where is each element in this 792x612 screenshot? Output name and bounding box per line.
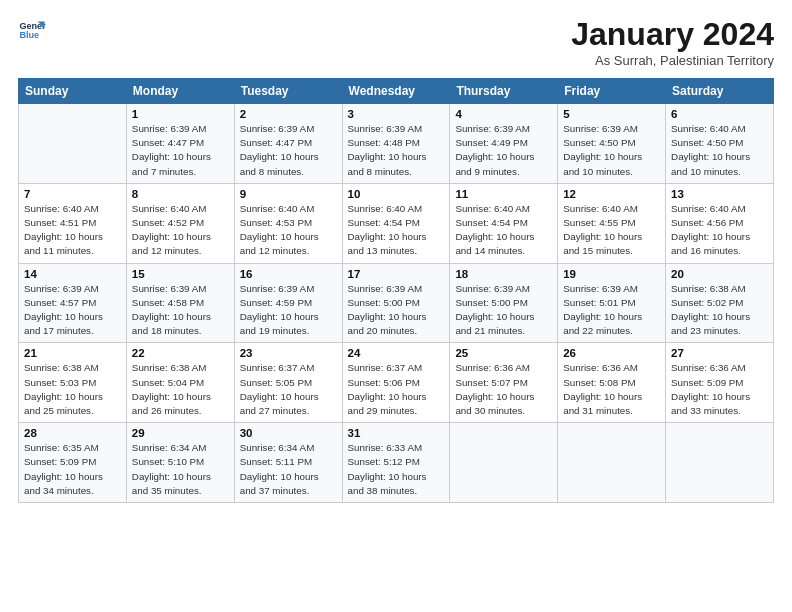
day-cell: 11Sunrise: 6:40 AM Sunset: 4:54 PM Dayli… — [450, 183, 558, 263]
col-header-thursday: Thursday — [450, 79, 558, 104]
day-cell: 4Sunrise: 6:39 AM Sunset: 4:49 PM Daylig… — [450, 104, 558, 184]
day-number: 2 — [240, 108, 337, 120]
calendar-table: SundayMondayTuesdayWednesdayThursdayFrid… — [18, 78, 774, 503]
day-cell: 22Sunrise: 6:38 AM Sunset: 5:04 PM Dayli… — [126, 343, 234, 423]
day-info: Sunrise: 6:39 AM Sunset: 4:49 PM Dayligh… — [455, 122, 552, 179]
day-info: Sunrise: 6:39 AM Sunset: 5:01 PM Dayligh… — [563, 282, 660, 339]
day-number: 17 — [348, 268, 445, 280]
day-info: Sunrise: 6:35 AM Sunset: 5:09 PM Dayligh… — [24, 441, 121, 498]
week-row-4: 28Sunrise: 6:35 AM Sunset: 5:09 PM Dayli… — [19, 423, 774, 503]
day-cell: 14Sunrise: 6:39 AM Sunset: 4:57 PM Dayli… — [19, 263, 127, 343]
day-info: Sunrise: 6:39 AM Sunset: 4:59 PM Dayligh… — [240, 282, 337, 339]
day-info: Sunrise: 6:37 AM Sunset: 5:05 PM Dayligh… — [240, 361, 337, 418]
day-number: 21 — [24, 347, 121, 359]
day-number: 5 — [563, 108, 660, 120]
day-info: Sunrise: 6:40 AM Sunset: 4:53 PM Dayligh… — [240, 202, 337, 259]
day-cell: 29Sunrise: 6:34 AM Sunset: 5:10 PM Dayli… — [126, 423, 234, 503]
day-number: 27 — [671, 347, 768, 359]
day-number: 20 — [671, 268, 768, 280]
day-info: Sunrise: 6:39 AM Sunset: 5:00 PM Dayligh… — [455, 282, 552, 339]
day-info: Sunrise: 6:38 AM Sunset: 5:03 PM Dayligh… — [24, 361, 121, 418]
day-number: 10 — [348, 188, 445, 200]
day-cell: 8Sunrise: 6:40 AM Sunset: 4:52 PM Daylig… — [126, 183, 234, 263]
header: General Blue January 2024 As Surrah, Pal… — [18, 16, 774, 68]
day-cell: 18Sunrise: 6:39 AM Sunset: 5:00 PM Dayli… — [450, 263, 558, 343]
day-number: 22 — [132, 347, 229, 359]
day-cell: 31Sunrise: 6:33 AM Sunset: 5:12 PM Dayli… — [342, 423, 450, 503]
day-cell — [666, 423, 774, 503]
month-title: January 2024 — [571, 16, 774, 53]
day-info: Sunrise: 6:36 AM Sunset: 5:09 PM Dayligh… — [671, 361, 768, 418]
day-cell: 15Sunrise: 6:39 AM Sunset: 4:58 PM Dayli… — [126, 263, 234, 343]
day-number: 7 — [24, 188, 121, 200]
col-header-wednesday: Wednesday — [342, 79, 450, 104]
day-number: 26 — [563, 347, 660, 359]
day-info: Sunrise: 6:39 AM Sunset: 4:58 PM Dayligh… — [132, 282, 229, 339]
day-cell: 24Sunrise: 6:37 AM Sunset: 5:06 PM Dayli… — [342, 343, 450, 423]
day-cell: 27Sunrise: 6:36 AM Sunset: 5:09 PM Dayli… — [666, 343, 774, 423]
day-number: 24 — [348, 347, 445, 359]
day-cell: 6Sunrise: 6:40 AM Sunset: 4:50 PM Daylig… — [666, 104, 774, 184]
header-row: SundayMondayTuesdayWednesdayThursdayFrid… — [19, 79, 774, 104]
day-number: 9 — [240, 188, 337, 200]
col-header-friday: Friday — [558, 79, 666, 104]
day-number: 8 — [132, 188, 229, 200]
week-row-0: 1Sunrise: 6:39 AM Sunset: 4:47 PM Daylig… — [19, 104, 774, 184]
day-info: Sunrise: 6:40 AM Sunset: 4:50 PM Dayligh… — [671, 122, 768, 179]
day-number: 29 — [132, 427, 229, 439]
day-cell: 30Sunrise: 6:34 AM Sunset: 5:11 PM Dayli… — [234, 423, 342, 503]
day-number: 4 — [455, 108, 552, 120]
day-cell — [19, 104, 127, 184]
day-number: 15 — [132, 268, 229, 280]
week-row-3: 21Sunrise: 6:38 AM Sunset: 5:03 PM Dayli… — [19, 343, 774, 423]
day-number: 19 — [563, 268, 660, 280]
day-cell: 17Sunrise: 6:39 AM Sunset: 5:00 PM Dayli… — [342, 263, 450, 343]
day-info: Sunrise: 6:39 AM Sunset: 4:47 PM Dayligh… — [240, 122, 337, 179]
day-info: Sunrise: 6:39 AM Sunset: 4:48 PM Dayligh… — [348, 122, 445, 179]
day-cell: 3Sunrise: 6:39 AM Sunset: 4:48 PM Daylig… — [342, 104, 450, 184]
day-number: 25 — [455, 347, 552, 359]
week-row-2: 14Sunrise: 6:39 AM Sunset: 4:57 PM Dayli… — [19, 263, 774, 343]
day-number: 23 — [240, 347, 337, 359]
day-info: Sunrise: 6:37 AM Sunset: 5:06 PM Dayligh… — [348, 361, 445, 418]
day-info: Sunrise: 6:39 AM Sunset: 5:00 PM Dayligh… — [348, 282, 445, 339]
day-number: 11 — [455, 188, 552, 200]
day-number: 30 — [240, 427, 337, 439]
logo: General Blue — [18, 16, 46, 44]
location: As Surrah, Palestinian Territory — [571, 53, 774, 68]
day-info: Sunrise: 6:39 AM Sunset: 4:47 PM Dayligh… — [132, 122, 229, 179]
col-header-monday: Monday — [126, 79, 234, 104]
day-info: Sunrise: 6:36 AM Sunset: 5:08 PM Dayligh… — [563, 361, 660, 418]
day-info: Sunrise: 6:40 AM Sunset: 4:51 PM Dayligh… — [24, 202, 121, 259]
day-number: 1 — [132, 108, 229, 120]
day-cell: 20Sunrise: 6:38 AM Sunset: 5:02 PM Dayli… — [666, 263, 774, 343]
svg-text:Blue: Blue — [19, 30, 39, 40]
day-info: Sunrise: 6:38 AM Sunset: 5:02 PM Dayligh… — [671, 282, 768, 339]
week-row-1: 7Sunrise: 6:40 AM Sunset: 4:51 PM Daylig… — [19, 183, 774, 263]
day-info: Sunrise: 6:40 AM Sunset: 4:54 PM Dayligh… — [455, 202, 552, 259]
day-number: 12 — [563, 188, 660, 200]
day-info: Sunrise: 6:40 AM Sunset: 4:55 PM Dayligh… — [563, 202, 660, 259]
day-number: 14 — [24, 268, 121, 280]
day-cell: 19Sunrise: 6:39 AM Sunset: 5:01 PM Dayli… — [558, 263, 666, 343]
day-number: 16 — [240, 268, 337, 280]
day-number: 28 — [24, 427, 121, 439]
day-cell — [558, 423, 666, 503]
day-cell: 23Sunrise: 6:37 AM Sunset: 5:05 PM Dayli… — [234, 343, 342, 423]
day-info: Sunrise: 6:38 AM Sunset: 5:04 PM Dayligh… — [132, 361, 229, 418]
day-info: Sunrise: 6:34 AM Sunset: 5:11 PM Dayligh… — [240, 441, 337, 498]
page: General Blue January 2024 As Surrah, Pal… — [0, 0, 792, 515]
title-area: January 2024 As Surrah, Palestinian Terr… — [571, 16, 774, 68]
day-info: Sunrise: 6:39 AM Sunset: 4:57 PM Dayligh… — [24, 282, 121, 339]
day-info: Sunrise: 6:39 AM Sunset: 4:50 PM Dayligh… — [563, 122, 660, 179]
day-info: Sunrise: 6:34 AM Sunset: 5:10 PM Dayligh… — [132, 441, 229, 498]
day-cell: 25Sunrise: 6:36 AM Sunset: 5:07 PM Dayli… — [450, 343, 558, 423]
day-cell: 26Sunrise: 6:36 AM Sunset: 5:08 PM Dayli… — [558, 343, 666, 423]
day-info: Sunrise: 6:36 AM Sunset: 5:07 PM Dayligh… — [455, 361, 552, 418]
day-number: 18 — [455, 268, 552, 280]
col-header-sunday: Sunday — [19, 79, 127, 104]
col-header-saturday: Saturday — [666, 79, 774, 104]
day-cell: 7Sunrise: 6:40 AM Sunset: 4:51 PM Daylig… — [19, 183, 127, 263]
day-number: 6 — [671, 108, 768, 120]
logo-icon: General Blue — [18, 16, 46, 44]
